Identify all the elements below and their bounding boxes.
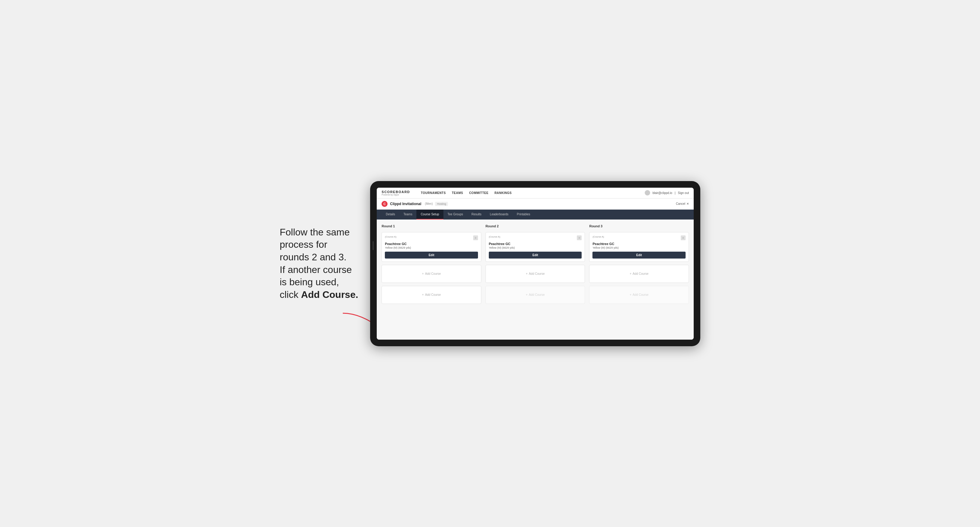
round-1-column: Round 1 (Course A) ○ Peachtree GC Yellow… xyxy=(382,224,481,304)
nav-link-tournaments[interactable]: TOURNAMENTS xyxy=(421,190,446,195)
tablet-frame: SCOREBOARD Powered by clippd TOURNAMENTS… xyxy=(370,181,700,346)
user-avatar xyxy=(645,190,650,195)
top-nav: SCOREBOARD Powered by clippd TOURNAMENTS… xyxy=(377,188,694,198)
round-1-course-details: Yellow (M) (6629 yds) xyxy=(385,246,478,249)
page-wrapper: Follow the same process for rounds 2 and… xyxy=(280,181,700,346)
sub-header-left: C Clippd Invitational (Men) Hosting xyxy=(382,201,448,207)
cancel-x-icon: ✕ xyxy=(686,202,689,205)
add-icon-r3c2: + xyxy=(630,293,632,296)
round-3-add-course-2: + Add Course xyxy=(589,286,689,304)
round-3-title: Round 3 xyxy=(589,224,689,228)
hosting-badge: Hosting xyxy=(435,202,448,206)
tournament-name: Clippd Invitational xyxy=(390,202,421,206)
user-email: blair@clippd.io xyxy=(652,191,672,195)
tab-bar: Details Teams Course Setup Tee Groups Re… xyxy=(377,210,694,219)
sub-header: C Clippd Invitational (Men) Hosting Canc… xyxy=(377,198,694,210)
round-3-column: Round 3 (Course A) ○ Peachtree GC Yellow… xyxy=(589,224,689,304)
round-1-course-header: (Course A) ○ xyxy=(385,235,478,240)
remove-icon: ○ xyxy=(475,237,476,239)
round-3-edit-button[interactable]: Edit xyxy=(592,252,686,259)
tablet-side-button xyxy=(372,241,374,250)
nav-link-committee[interactable]: COMMITTEE xyxy=(469,190,488,195)
rounds-grid: Round 1 (Course A) ○ Peachtree GC Yellow… xyxy=(382,224,689,304)
round-2-course-header: (Course A) ○ xyxy=(489,235,582,240)
round-2-column: Round 2 (Course A) ○ Peachtree GC Yellow… xyxy=(485,224,585,304)
round-3-course-label: (Course A) xyxy=(592,235,604,238)
tab-results[interactable]: Results xyxy=(467,210,485,219)
round-2-add-course-2: + Add Course xyxy=(485,286,585,304)
round-2-edit-button[interactable]: Edit xyxy=(489,252,582,259)
add-icon-r3c1: + xyxy=(630,272,632,275)
instruction-line5: is being used, xyxy=(280,276,339,287)
round-2-course-details: Yellow (M) (6629 yds) xyxy=(489,246,582,249)
round-3-remove-button[interactable]: ○ xyxy=(681,235,686,240)
logo-area: SCOREBOARD Powered by clippd xyxy=(382,190,410,196)
tablet-screen: SCOREBOARD Powered by clippd TOURNAMENTS… xyxy=(377,188,694,340)
add-icon-r1c1: + xyxy=(422,272,424,275)
round-2-course-name: Peachtree GC xyxy=(489,242,582,246)
round-1-title: Round 1 xyxy=(382,224,481,228)
round-1-edit-button[interactable]: Edit xyxy=(385,252,478,259)
round-3-course-card: (Course A) ○ Peachtree GC Yellow (M) (66… xyxy=(589,232,689,262)
instruction-bold: Add Course. xyxy=(301,289,358,300)
tournament-gender: (Men) xyxy=(425,202,433,205)
instruction-line4: If another course xyxy=(280,264,352,275)
main-content: Round 1 (Course A) ○ Peachtree GC Yellow… xyxy=(377,219,694,340)
tab-teams[interactable]: Teams xyxy=(399,210,417,219)
add-icon-r2c2: + xyxy=(526,293,528,296)
round-1-add-course-1[interactable]: + Add Course xyxy=(382,265,481,283)
tab-tee-groups[interactable]: Tee Groups xyxy=(444,210,468,219)
nav-links: TOURNAMENTS TEAMS COMMITTEE RANKINGS xyxy=(421,190,638,195)
logo-sub: Powered by clippd xyxy=(382,194,410,196)
tab-leaderboards[interactable]: Leaderboards xyxy=(486,210,513,219)
cancel-button[interactable]: Cancel ✕ xyxy=(676,202,689,205)
round-1-remove-button[interactable]: ○ xyxy=(473,235,478,240)
round-1-add-course-2[interactable]: + Add Course xyxy=(382,286,481,304)
round-2-add-course-1[interactable]: + Add Course xyxy=(485,265,585,283)
logo-scoreboard: SCOREBOARD xyxy=(382,190,410,194)
nav-link-rankings[interactable]: RANKINGS xyxy=(495,190,512,195)
nav-link-teams[interactable]: TEAMS xyxy=(452,190,463,195)
instruction-text: Follow the same process for rounds 2 and… xyxy=(280,226,358,301)
round-2-course-card: (Course A) ○ Peachtree GC Yellow (M) (66… xyxy=(485,232,585,262)
round-2-remove-button[interactable]: ○ xyxy=(577,235,582,240)
instruction-line6: click xyxy=(280,289,301,300)
nav-separator: | xyxy=(675,191,676,195)
instruction-line3: rounds 2 and 3. xyxy=(280,252,347,262)
round-2-course-label: (Course A) xyxy=(489,235,500,238)
sign-out-link[interactable]: Sign out xyxy=(678,191,689,195)
round-3-course-details: Yellow (M) (6629 yds) xyxy=(592,246,686,249)
remove-icon-r3: ○ xyxy=(682,237,684,239)
round-3-course-name: Peachtree GC xyxy=(592,242,686,246)
add-icon-r2c1: + xyxy=(526,272,528,275)
round-1-course-name: Peachtree GC xyxy=(385,242,478,246)
nav-right: blair@clippd.io | Sign out xyxy=(645,190,689,195)
round-3-add-course-1[interactable]: + Add Course xyxy=(589,265,689,283)
tab-printables[interactable]: Printables xyxy=(512,210,534,219)
round-1-course-card: (Course A) ○ Peachtree GC Yellow (M) (66… xyxy=(382,232,481,262)
round-3-course-header: (Course A) ○ xyxy=(592,235,686,240)
add-icon-r1c2: + xyxy=(422,293,424,296)
tab-course-setup[interactable]: Course Setup xyxy=(417,210,443,219)
tab-details[interactable]: Details xyxy=(382,210,399,219)
instruction-line1: Follow the same xyxy=(280,227,350,238)
instruction-line2: process for xyxy=(280,239,327,250)
clippd-icon: C xyxy=(382,201,388,207)
round-1-course-label: (Course A) xyxy=(385,235,396,238)
round-2-title: Round 2 xyxy=(485,224,585,228)
instruction-panel: Follow the same process for rounds 2 and… xyxy=(280,226,358,301)
remove-icon-r2: ○ xyxy=(579,237,580,239)
